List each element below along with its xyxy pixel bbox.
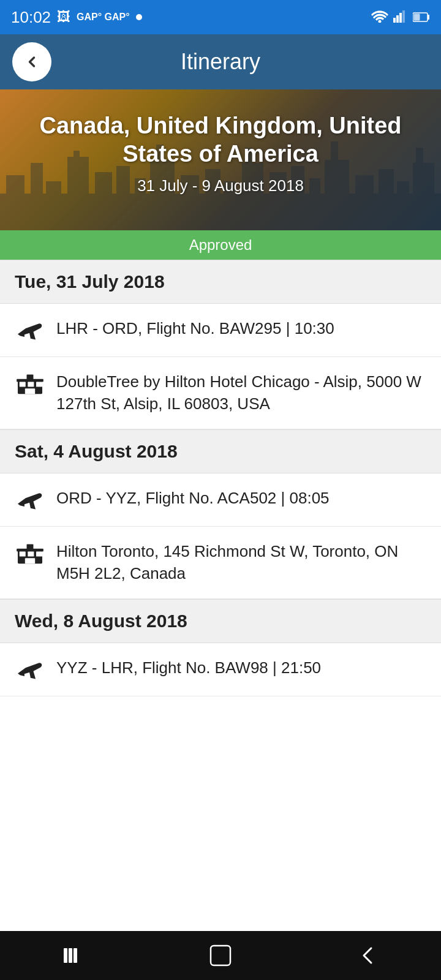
approved-label: Approved bbox=[189, 236, 252, 253]
svg-rect-47 bbox=[64, 948, 67, 963]
item-detail-text: Hilton Toronto, 145 Richmond St W, Toron… bbox=[56, 540, 426, 585]
svg-rect-41 bbox=[20, 551, 26, 556]
item-detail-text: LHR - ORD, Flight No. BAW295 | 10:30 bbox=[56, 317, 426, 339]
svg-rect-0 bbox=[393, 18, 396, 23]
gap-label: GAP° GAP° bbox=[77, 12, 130, 23]
nav-home-button[interactable] bbox=[202, 937, 239, 974]
svg-rect-50 bbox=[211, 946, 230, 965]
svg-rect-34 bbox=[20, 382, 26, 386]
hotel-icon bbox=[15, 541, 45, 566]
hero-destination: Canada, United Kingdom, United States of… bbox=[18, 112, 423, 168]
itinerary-item: YYZ - LHR, Flight No. BAW98 | 21:50 bbox=[0, 643, 441, 696]
time-display: 10:02 bbox=[11, 8, 51, 27]
signal-icon bbox=[393, 8, 408, 27]
svg-rect-49 bbox=[74, 948, 77, 963]
hero-dates: 31 July - 9 August 2018 bbox=[18, 176, 423, 195]
svg-rect-48 bbox=[69, 948, 72, 963]
svg-rect-46 bbox=[27, 544, 34, 549]
flight-icon bbox=[15, 488, 45, 513]
day-header-2: Wed, 8 August 2018 bbox=[0, 599, 441, 643]
svg-rect-3 bbox=[402, 10, 405, 23]
status-bar: 10:02 🖼 GAP° GAP° bbox=[0, 0, 441, 34]
nav-menu-button[interactable] bbox=[55, 937, 92, 974]
day-header-1: Sat, 4 August 2018 bbox=[0, 429, 441, 473]
svg-rect-36 bbox=[36, 382, 42, 386]
itinerary-item: Hilton Toronto, 145 Richmond St W, Toron… bbox=[0, 527, 441, 599]
itinerary-item: LHR - ORD, Flight No. BAW295 | 10:30 bbox=[0, 304, 441, 357]
hotel-icon bbox=[15, 372, 45, 396]
app-header: Itinerary bbox=[0, 34, 441, 89]
status-bar-left: 10:02 🖼 GAP° GAP° bbox=[11, 8, 142, 27]
svg-rect-6 bbox=[414, 13, 420, 20]
flight-icon bbox=[15, 658, 45, 682]
svg-rect-35 bbox=[28, 382, 34, 386]
back-button[interactable] bbox=[12, 42, 51, 81]
svg-rect-42 bbox=[28, 551, 34, 556]
svg-rect-1 bbox=[396, 15, 399, 23]
wifi-icon bbox=[371, 8, 388, 27]
status-bar-approved: Approved bbox=[0, 230, 441, 260]
hero-content: Canada, United Kingdom, United States of… bbox=[0, 112, 441, 195]
item-detail-text: YYZ - LHR, Flight No. BAW98 | 21:50 bbox=[56, 657, 426, 679]
itinerary-item: ORD - YYZ, Flight No. ACA502 | 08:05 bbox=[0, 473, 441, 527]
page-title: Itinerary bbox=[51, 49, 390, 75]
item-detail-text: DoubleTree by Hilton Hotel Chicago - Als… bbox=[56, 371, 426, 415]
status-bar-right bbox=[371, 8, 430, 27]
nav-back-button[interactable] bbox=[349, 937, 386, 974]
bottom-navigation bbox=[0, 931, 441, 980]
svg-rect-2 bbox=[399, 13, 402, 23]
svg-rect-5 bbox=[428, 15, 429, 20]
photo-icon: 🖼 bbox=[57, 9, 70, 25]
hero-banner: Canada, United Kingdom, United States of… bbox=[0, 89, 441, 230]
svg-rect-44 bbox=[25, 558, 35, 564]
dot-indicator bbox=[136, 14, 142, 20]
svg-rect-39 bbox=[27, 375, 34, 380]
svg-rect-37 bbox=[25, 388, 35, 394]
battery-icon bbox=[413, 8, 430, 27]
day-header-0: Tue, 31 July 2018 bbox=[0, 260, 441, 304]
svg-rect-43 bbox=[36, 551, 42, 556]
item-detail-text: ORD - YYZ, Flight No. ACA502 | 08:05 bbox=[56, 487, 426, 509]
flight-icon bbox=[15, 318, 45, 343]
itinerary-item: DoubleTree by Hilton Hotel Chicago - Als… bbox=[0, 357, 441, 429]
itinerary-list: Tue, 31 July 2018 LHR - ORD, Flight No. … bbox=[0, 260, 441, 758]
